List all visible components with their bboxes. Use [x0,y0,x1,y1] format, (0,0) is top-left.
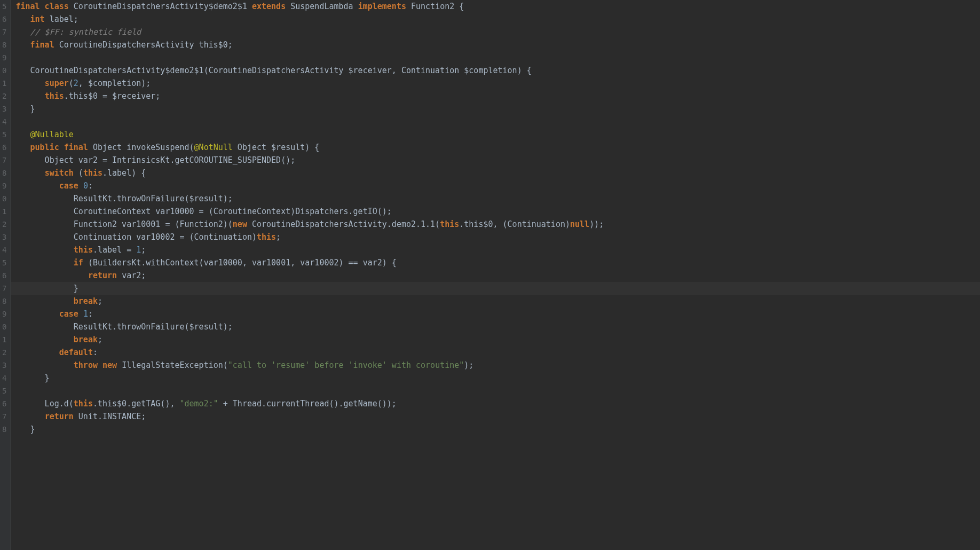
code-line[interactable]: ResultKt.throwOnFailure($result); [15,192,980,205]
code-line[interactable]: } [15,423,980,436]
token-plain: ResultKt.throwOnFailure($result); [15,322,232,332]
line-number: 0 [2,192,6,205]
token-kw: implements [358,2,411,11]
token-number: 0 [83,181,88,191]
code-line[interactable] [15,51,980,64]
token-kw: return [45,412,78,421]
token-kw: new [233,219,252,229]
code-line[interactable]: case 0: [15,179,980,192]
token-kw: this [440,219,459,229]
token-string: "demo2:" [180,399,218,408]
code-line[interactable]: Object var2 = IntrinsicsKt.getCOROUTINE_… [15,154,980,167]
line-number: 3 [2,359,6,372]
token-kw: this [257,232,276,242]
line-number: 1 [2,333,6,346]
code-line[interactable]: throw new IllegalStateException("call to… [15,359,980,372]
code-line[interactable]: Continuation var10002 = (Continuation)th… [15,231,980,243]
token-plain [15,309,59,319]
code-area[interactable]: final class CoroutineDispatchersActivity… [11,0,980,550]
token-plain: .this$0, (Continuation) [459,219,570,229]
token-plain: ; [98,335,102,344]
code-line[interactable] [15,384,980,397]
code-line[interactable]: super(2, $completion); [15,77,980,90]
code-line[interactable]: final class CoroutineDispatchersActivity… [15,0,980,13]
token-plain [15,14,30,24]
token-plain: IllegalStateException( [122,360,228,370]
line-number: 9 [2,51,6,64]
code-line[interactable]: // $FF: synthetic field [15,26,980,38]
token-kw: case [59,309,83,319]
token-plain [15,258,73,268]
token-kw: int [30,14,50,24]
token-plain: CoroutineDispatchersActivity.demo2.1.1( [252,219,440,229]
token-kw: throw new [74,360,122,370]
line-number: 1 [2,77,6,90]
code-editor[interactable]: 5678901234567890123456789012345678 final… [0,0,980,550]
line-number: 7 [2,410,6,423]
token-plain: Log.d( [15,399,73,408]
code-line[interactable]: } [15,103,980,115]
code-line[interactable]: break; [15,333,980,346]
code-line[interactable]: CoroutineContext var10000 = (CoroutineCo… [15,205,980,218]
line-number: 5 [2,384,6,397]
token-plain: Continuation var10002 = (Continuation) [15,232,257,242]
line-number-gutter: 5678901234567890123456789012345678 [0,0,11,550]
token-plain: CoroutineDispatchersActivity this$0; [59,40,233,50]
code-line[interactable]: this.this$0 = $receiver; [15,90,980,103]
line-number: 6 [2,397,6,410]
code-line[interactable]: ResultKt.throwOnFailure($result); [15,320,980,333]
line-number: 0 [2,64,6,77]
line-number: 2 [2,90,6,103]
token-plain: } [15,284,78,293]
code-line[interactable]: return Unit.INSTANCE; [15,410,980,423]
line-number: 7 [2,282,6,295]
code-line[interactable]: Function2 var10001 = (Function2)(new Cor… [15,218,980,231]
token-plain: .label = [93,245,136,255]
token-string: "call to 'resume' before 'invoke' with c… [228,360,464,370]
code-line[interactable]: final CoroutineDispatchersActivity this$… [15,38,980,51]
code-line[interactable]: break; [15,295,980,308]
token-plain [15,335,73,344]
token-kw: final [30,40,59,50]
line-number: 4 [2,243,6,256]
token-plain: ( [78,168,83,178]
code-line[interactable]: CoroutineDispatchersActivity$demo2$1(Cor… [15,64,980,77]
code-line[interactable]: Log.d(this.this$0.getTAG(), "demo2:" + T… [15,397,980,410]
line-number: 8 [2,167,6,179]
code-line[interactable]: int label; [15,13,980,26]
token-plain: CoroutineDispatchersActivity$demo2$1(Cor… [15,66,531,75]
token-plain: } [15,425,35,434]
token-plain: , $completion); [78,78,151,88]
code-line[interactable]: @Nullable [15,128,980,141]
token-plain [15,168,44,178]
token-kw: default [59,348,93,357]
token-plain: (BuildersKt.withContext(var10000, var100… [88,258,397,268]
line-number: 9 [2,179,6,192]
token-plain: SuspendLambda [290,2,358,11]
code-line[interactable]: return var2; [15,269,980,282]
code-line[interactable]: if (BuildersKt.withContext(var10000, var… [15,256,980,269]
token-plain [15,245,73,255]
line-number: 4 [2,372,6,384]
line-number: 6 [2,141,6,154]
code-line[interactable]: case 1: [15,308,980,320]
code-line[interactable]: public final Object invokeSuspend(@NotNu… [15,141,980,154]
line-number: 9 [2,308,6,320]
token-plain: Function2 var10001 = (Function2)( [15,219,232,229]
token-kw: break [74,335,98,344]
line-number: 2 [2,218,6,231]
token-plain [15,40,30,50]
line-number: 6 [2,269,6,282]
token-plain: Unit.INSTANCE; [78,412,146,421]
code-line[interactable]: } [15,372,980,384]
code-line[interactable]: default: [15,346,980,359]
token-plain: Object $result) { [233,143,320,152]
code-line[interactable]: this.label = 1; [15,243,980,256]
token-kw: extends [252,2,290,11]
code-line[interactable]: switch (this.label) { [15,167,980,179]
token-plain [15,348,59,357]
token-kw: super [45,78,69,88]
token-plain [15,360,73,370]
code-line[interactable] [15,115,980,128]
token-kw: if [74,258,88,268]
